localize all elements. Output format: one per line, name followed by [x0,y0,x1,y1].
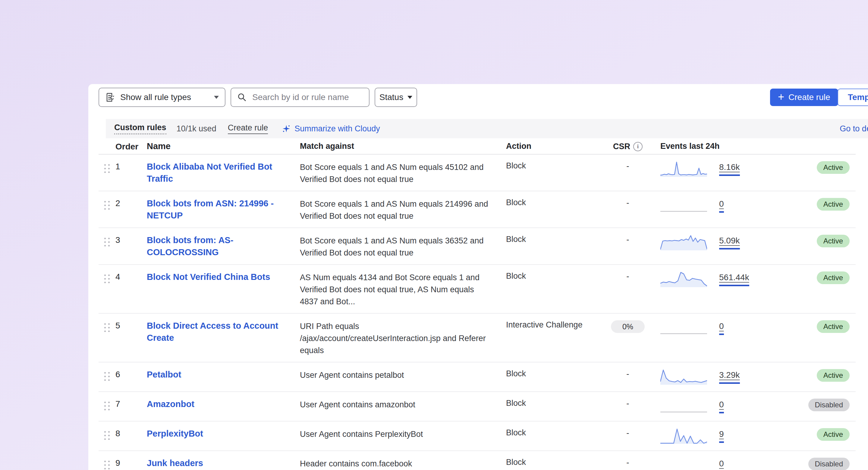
rule-name-link[interactable]: Block bots from ASN: 214996 - NETCUP [147,198,274,220]
csr-value: - [626,235,629,244]
rule-name-link[interactable]: Block Not Verified China Bots [147,272,270,282]
events-count-link[interactable]: 0 [719,199,724,215]
drag-handle[interactable] [104,323,110,332]
status-filter[interactable]: Status [375,88,417,107]
table-body: 1 Block Alibaba Not Verified Bot Traffic… [98,155,856,470]
toolbar: Show all rule types Status + Create rule… [98,88,868,107]
custom-rules-usage: 10/1k used [177,124,216,133]
summarize-with-cloudy-link[interactable]: Summarize with Cloudy [282,124,380,133]
table-row: 6 Petalbot User Agent contains petalbot … [98,363,856,392]
drag-handle[interactable] [104,238,110,246]
drag-handle[interactable] [104,431,110,440]
go-to-detection-settings-link[interactable]: Go to detection settings [840,124,868,133]
create-rule-button[interactable]: + Create rule [770,89,838,106]
drag-handle[interactable] [104,275,110,283]
name-column-header: Name [147,140,300,152]
chevron-down-icon [407,96,412,99]
table-row: 1 Block Alibaba Not Verified Bot Traffic… [98,155,856,191]
csr-pill: 0% [611,320,645,333]
status-badge: Active [817,369,849,382]
summarize-with-cloudy-label: Summarize with Cloudy [294,124,380,133]
rule-order: 8 [116,428,147,438]
csr-column-label: CSR [613,142,630,151]
table-row: 5 Block Direct Access to Account Create … [98,314,856,363]
rule-match-text: Bot Score equals 1 and AS Num equals 214… [300,197,506,222]
drag-handle[interactable] [104,402,110,410]
drag-column-header [98,144,116,148]
rule-name-link[interactable]: Junk headers [147,458,203,468]
csr-value: - [626,272,629,281]
rule-match-text: Header contains com.facebook [300,457,506,470]
events-sparkline [660,234,707,252]
events-sparkline [660,457,707,470]
rule-order: 1 [116,161,147,171]
custom-rules-table: Order Name Match against Action CSR i Ev… [98,138,856,470]
events-count-link[interactable]: 9 [719,429,724,445]
events-sparkline [660,197,707,215]
csr-value: - [626,198,629,208]
table-row: 2 Block bots from ASN: 214996 - NETCUP B… [98,191,856,228]
drag-handle[interactable] [104,164,110,173]
rule-name-link[interactable]: Block Alibaba Not Verified Bot Traffic [147,162,272,184]
drag-handle[interactable] [104,461,110,469]
rule-match-text: URI Path equals /ajax/account/createUser… [300,320,506,356]
search-input[interactable] [252,92,363,102]
rule-match-text: AS Num equals 4134 and Bot Score equals … [300,271,506,308]
rule-match-text: User Agent contains PerplexityBot [300,428,506,440]
csr-value: - [626,428,629,438]
rule-action-text: Block [506,428,604,437]
events-count-link[interactable]: 8.16k [719,162,740,178]
info-icon[interactable]: i [633,142,643,151]
rule-action-text: Block [506,197,604,207]
status-badge: Active [817,161,849,174]
rule-match-text: Bot Score equals 1 and AS Num equals 363… [300,234,506,259]
status-column-header [787,146,856,147]
search-box[interactable] [230,88,370,107]
rule-action-text: Block [506,457,604,467]
events-sparkline [660,369,707,386]
status-badge: Active [817,235,849,247]
table-row: 4 Block Not Verified China Bots AS Num e… [98,265,856,314]
create-rule-button-label: Create rule [788,93,830,102]
status-filter-label: Status [379,93,403,102]
rule-type-filter-label: Show all rule types [120,93,191,102]
rule-action-text: Interactive Challenge [506,320,604,330]
table-header-row: Order Name Match against Action CSR i Ev… [98,138,856,155]
table-row: 7 Amazonbot User Agent contains amazonbo… [98,392,856,421]
rule-order: 6 [116,369,147,379]
custom-rules-section-header: Custom rules 10/1k used Create rule Summ… [106,119,868,138]
csr-column-header: CSR i [604,141,652,151]
events-count-link[interactable]: 561.44k [719,273,749,288]
status-badge: Active [817,320,849,333]
status-badge: Disabled [808,458,849,470]
events-count-link[interactable]: 0 [719,321,724,337]
events-count-link[interactable]: 0 [719,400,724,415]
rule-name-link[interactable]: Petalbot [147,370,181,379]
rule-order: 2 [116,197,147,208]
custom-rules-create-rule-link[interactable]: Create rule [228,123,268,134]
events-count-link[interactable]: 0 [719,459,724,470]
drag-handle[interactable] [104,372,110,381]
rule-name-link[interactable]: PerplexityBot [147,429,203,438]
events-sparkline [660,271,707,288]
rule-action-text: Block [506,398,604,408]
events-count-link[interactable]: 3.29k [719,370,740,386]
custom-rules-title: Custom rules [114,123,166,134]
rule-action-text: Block [506,369,604,378]
events-count-link[interactable]: 5.09k [719,236,740,252]
rule-name-link[interactable]: Block bots from: AS-COLOCROSSING [147,235,233,257]
chevron-down-icon [214,96,219,99]
rule-type-filter-select[interactable]: Show all rule types [98,88,225,107]
rule-order: 4 [116,271,147,282]
table-row: 9 Junk headers Header contains com.faceb… [98,451,856,470]
rule-match-text: Bot Score equals 1 and AS Num equals 451… [300,161,506,185]
drag-handle[interactable] [104,201,110,210]
rule-name-link[interactable]: Block Direct Access to Account Create [147,321,278,343]
events-sparkline [660,398,707,415]
status-badge: Disabled [808,399,849,411]
csr-value: - [626,399,629,408]
templates-button[interactable]: Templates [838,89,868,106]
events-sparkline [660,428,707,445]
rule-name-link[interactable]: Amazonbot [147,399,194,409]
rule-action-text: Block [506,161,604,170]
